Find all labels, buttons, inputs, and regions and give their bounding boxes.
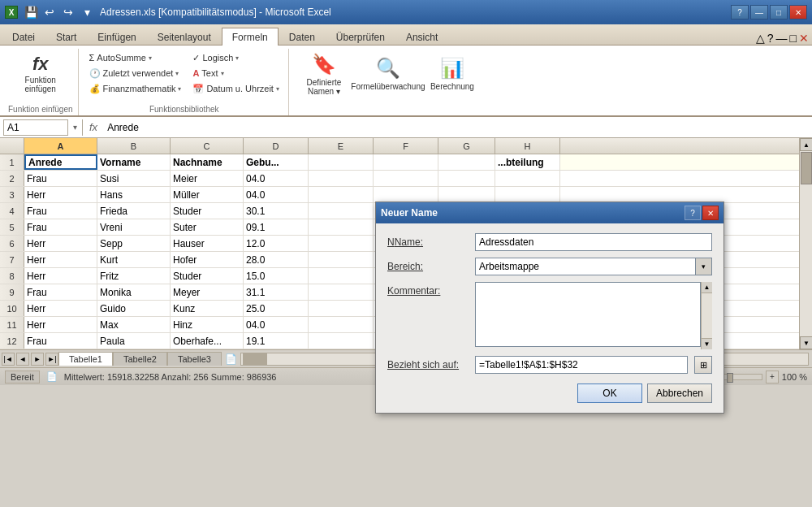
kommentar-scrollbar[interactable]: ▲ ▼: [701, 282, 712, 349]
bereich-label: Bereich:: [387, 261, 469, 272]
bereich-select-container: Arbeitsmappe Tabelle1 Tabelle2 Tabelle3 …: [475, 258, 712, 275]
bezieht-field-row: Bezieht sich auf: ⊞: [387, 356, 712, 374]
bereich-select[interactable]: Arbeitsmappe Tabelle1 Tabelle2 Tabelle3: [475, 258, 696, 275]
bezieht-ref-btn[interactable]: ⊞: [694, 356, 712, 374]
ref-btn-icon: ⊞: [700, 360, 707, 370]
bezieht-label: Bezieht sich auf:: [387, 359, 469, 370]
dialog-body: NName: Bereich: Arbeitsmappe Tabelle1 Ta…: [376, 223, 723, 413]
bezieht-input[interactable]: [475, 356, 688, 374]
cancel-label: Abbrechen: [656, 388, 703, 399]
bereich-select-arrow[interactable]: ▾: [696, 258, 712, 275]
kommentar-label: Kommentar:: [387, 282, 469, 297]
name-input[interactable]: [475, 233, 712, 251]
ok-label: OK: [603, 388, 616, 399]
cancel-button[interactable]: Abbrechen: [647, 384, 712, 403]
bereich-field-row: Bereich: Arbeitsmappe Tabelle1 Tabelle2 …: [387, 258, 712, 275]
ok-button[interactable]: OK: [577, 384, 642, 403]
dialog-title-bar: Neuer Name ? ✕: [376, 202, 723, 223]
kommentar-field-row: Kommentar: ▲ ▼: [387, 282, 712, 349]
dialog-title-controls: ? ✕: [685, 206, 719, 220]
kommentar-textarea-container: ▲ ▼: [475, 282, 712, 349]
textarea-scroll-up[interactable]: ▲: [702, 282, 712, 293]
textarea-scroll-down[interactable]: ▼: [702, 338, 712, 349]
dialog-buttons: OK Abbrechen: [387, 384, 712, 403]
dialog-overlay: Neuer Name ? ✕ NName: Bereich:: [0, 0, 812, 507]
neuer-name-dialog: Neuer Name ? ✕ NName: Bereich:: [375, 202, 724, 414]
name-label: NName:: [387, 236, 469, 248]
dialog-title: Neuer Name: [381, 207, 438, 219]
kommentar-textarea[interactable]: [475, 282, 701, 347]
name-field-row: NName:: [387, 233, 712, 251]
dialog-help-btn[interactable]: ?: [685, 206, 701, 220]
dialog-close-btn[interactable]: ✕: [702, 206, 719, 220]
textarea-scroll-track[interactable]: [702, 293, 712, 338]
